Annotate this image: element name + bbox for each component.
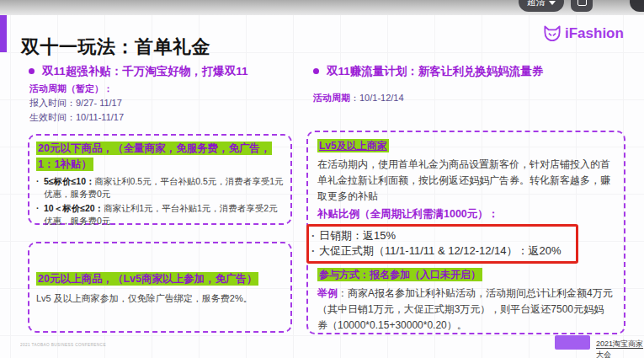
under-20-rule-list: 5≤标价≤10：商家让利0.5元，平台补贴0.5元，消费者享受1元优惠，服务费0…: [36, 175, 284, 227]
fullscreen-button[interactable]: [571, 0, 593, 12]
rule-item: 5≤标价≤10：商家让利0.5元，平台补贴0.5元，消费者享受1元优惠，服务费0…: [36, 175, 284, 200]
traffic-plan-box: Lv5及以上商家 在活动期内，使用首单礼金为商品设置新客价，针对店铺投入的首单礼…: [306, 131, 625, 334]
footer-logo-block: [555, 335, 590, 350]
bullet-icon: [29, 68, 35, 74]
right-period-label: 活动周期: [313, 93, 350, 103]
subsidy-ratio-label: 补贴比例（全周期让利需满1000元）：: [317, 206, 614, 222]
example-lead: 举例: [317, 287, 338, 299]
right-section-heading: 双11赚流量计划：新客让利兑换妈妈流量券: [313, 64, 543, 79]
plan-description: 在活动期内，使用首单礼金为商品设置新客价，针对店铺投入的首单礼金拉新让利面额，按…: [317, 157, 614, 205]
video-quality-button[interactable]: 超清: [519, 0, 564, 12]
rate-item: 大促正式期（11/1-11/11 & 12/12-12/14）：返20%: [319, 243, 571, 259]
rule-item: 10＜标价≤20：商家让利1元，平台补贴1元，消费者享受2元优惠，服务费0元: [36, 202, 284, 227]
brand-name: iFashion: [565, 25, 624, 42]
left-timeline: 报入时间：9/27- 11/17 生效时间：10/11-11/17: [29, 96, 124, 125]
rate-item: 日销期：返15%: [319, 228, 571, 243]
join-method-label: 参与方式：报名参加（入口未开启）: [317, 268, 482, 281]
left-section-heading: 双11超强补贴：千万淘宝好物，打爆双11: [29, 64, 248, 79]
page-title: 双十一玩法：首单礼金: [21, 35, 210, 60]
over-20-box-text: Lv5 及以上商家参加，仅免除广告绑定，服务费2%。: [36, 292, 284, 305]
chevron-down-icon: [549, 1, 556, 5]
left-period-label: 活动周期（暂定）：: [29, 83, 113, 95]
merchant-level-tag: Lv5及以上商家: [317, 139, 389, 152]
right-period-value: ：10/1-12/14: [350, 93, 404, 103]
conference-name: 2021淘宝商家大会: [596, 339, 644, 358]
ifashion-logo: iFashion: [543, 25, 624, 42]
right-period: 活动周期：10/1-12/14: [313, 92, 404, 104]
slide-viewer: 超清 双十一玩法：首单礼金 iFashion 双11超强补贴：千万淘宝好物，打爆…: [0, 0, 644, 358]
cat-logo-icon: [543, 25, 562, 42]
conference-footnote: 2021 TAOBAO BUSINESS CONFERENCE: [20, 343, 106, 347]
timeline-entry: 生效时间：10/11-11/17: [29, 110, 124, 125]
subsidy-rates-callout: 日销期：返15% 大促正式期（11/1-11/11 & 12/12-12/14）…: [306, 224, 578, 264]
over-20-rules-box: 20元以上商品，（Lv5商家以上参加，免广告） Lv5 及以上商家参加，仅免除广…: [28, 242, 292, 333]
under-20-box-title: 20元以下商品，（全量商家，免服务费，免广告，1：1补贴）: [36, 142, 272, 171]
example-paragraph: 举例：商家A报名参加让利补贴活动，活动期间总计让利金额4万元（其中日销1万元，大…: [317, 286, 614, 334]
title-accent-bar: [0, 15, 7, 52]
under-20-rules-box: 20元以下商品，（全量商家，免服务费，免广告，1：1补贴） 5≤标价≤10：商家…: [28, 134, 292, 225]
over-20-box-title: 20元以上商品，（Lv5商家以上参加，免广告）: [36, 272, 258, 286]
fullscreen-icon: [577, 0, 587, 6]
timeline-entry: 报入时间：9/27- 11/17: [29, 96, 124, 110]
quality-label: 超清: [527, 0, 546, 8]
bullet-icon: [313, 68, 319, 74]
